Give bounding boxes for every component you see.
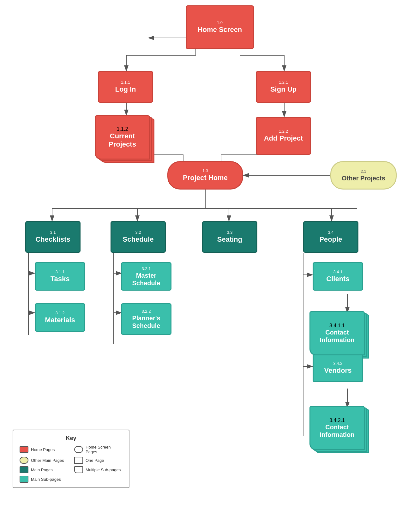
node-contact-info-2-number: 3.4.2.1 [329, 418, 345, 423]
key-label-other-main: Other Main Pages [31, 458, 64, 463]
node-tasks-number: 3.1.1 [56, 269, 65, 274]
node-contact-info-2-wrapper: 3.4.2.1 ContactInformation [309, 406, 369, 455]
key-swatch-teal-light [20, 476, 28, 483]
node-add-project-number: 1.2.2 [279, 129, 288, 134]
key-title: Key [20, 435, 123, 442]
node-clients[interactable]: 3.4.1 Clients [313, 262, 363, 291]
node-sign-up-label: Sign Up [270, 85, 297, 94]
node-current-projects-wrapper: 1.1.2 CurrentProjects [95, 115, 153, 164]
node-tasks-label: Tasks [51, 275, 70, 283]
node-people-number: 3.4 [328, 230, 333, 235]
node-current-projects-label: CurrentProjects [109, 132, 136, 149]
key-item-other-main: Other Main Pages [20, 457, 68, 464]
node-sign-up[interactable]: 1.2.1 Sign Up [256, 71, 311, 103]
key-item-multiple-subpages: Multiple Sub-pages [74, 466, 123, 473]
key-label-one-page: One Page [86, 458, 104, 463]
node-project-home-number: 1.3 [202, 168, 208, 173]
node-home-screen-number: 1.0 [217, 20, 223, 25]
node-contact-info-1-wrapper: 3.4.1.1 ContactInformation [309, 311, 369, 360]
key-label-main-subpages: Main Sub-pages [31, 477, 61, 482]
diagram-container: 1.0 Home Screen 1.1.1 Log In 1.2.1 Sign … [0, 0, 420, 519]
key-swatch-square [74, 457, 83, 464]
node-contact-info-2-label: ContactInformation [320, 423, 355, 438]
node-contact-info-2[interactable]: 3.4.2.1 ContactInformation [309, 406, 365, 450]
node-checklists-label: Checklists [35, 235, 70, 244]
node-master-schedule[interactable]: 3.2.1 MasterSchedule [121, 262, 171, 291]
node-other-projects[interactable]: 2.1 Other Projects [330, 161, 397, 190]
key-swatch-red [20, 446, 28, 453]
key-swatch-oval [74, 446, 83, 453]
node-other-projects-label: Other Projects [342, 174, 385, 182]
node-sign-up-number: 1.2.1 [279, 80, 288, 85]
node-project-home[interactable]: 1.3 Project Home [167, 161, 243, 190]
node-current-projects-number: 1.1.2 [117, 126, 128, 132]
node-clients-label: Clients [326, 275, 349, 283]
node-current-projects[interactable]: 1.1.2 CurrentProjects [95, 115, 150, 160]
node-log-in[interactable]: 1.1.1 Log In [98, 71, 153, 103]
key-item-one-page: One Page [74, 457, 123, 464]
node-add-project-label: Add Project [264, 134, 303, 142]
node-seating[interactable]: 3.3 Seating [202, 221, 257, 253]
node-other-projects-number: 2.1 [361, 169, 366, 174]
node-clients-number: 3.4.1 [333, 269, 343, 274]
key-label-home-screen-pages: Home Screen Pages [86, 445, 123, 454]
key-swatch-teal-dark [20, 466, 28, 473]
node-checklists[interactable]: 3.1 Checklists [25, 221, 81, 253]
node-tasks[interactable]: 3.1.1 Tasks [35, 262, 85, 291]
key-swatch-stacked [74, 466, 83, 473]
node-materials[interactable]: 3.1.2 Materials [35, 303, 85, 332]
node-add-project[interactable]: 1.2.2 Add Project [256, 117, 311, 155]
node-people[interactable]: 3.4 People [303, 221, 358, 253]
node-materials-label: Materials [45, 316, 75, 324]
node-master-schedule-number: 3.2.1 [142, 266, 151, 271]
node-schedule-number: 3.2 [135, 230, 141, 235]
node-vendors[interactable]: 3.4.2 Vendors [313, 354, 363, 382]
node-planners-schedule-number: 3.2.2 [142, 309, 151, 314]
node-contact-info-1-label: ContactInformation [320, 329, 355, 344]
node-seating-number: 3.3 [227, 230, 232, 235]
node-log-in-label: Log In [115, 85, 136, 94]
node-planners-schedule-label: Planner'sSchedule [132, 314, 160, 329]
key-label-home-pages: Home Pages [31, 447, 55, 452]
key-label-main-pages: Main Pages [31, 468, 53, 472]
node-checklists-number: 3.1 [50, 230, 56, 235]
node-log-in-number: 1.1.1 [121, 80, 130, 85]
key-item-home-pages: Home Pages [20, 446, 68, 453]
node-project-home-label: Project Home [183, 174, 228, 182]
key-label-multiple-subpages: Multiple Sub-pages [86, 468, 121, 472]
node-schedule[interactable]: 3.2 Schedule [111, 221, 166, 253]
node-master-schedule-label: MasterSchedule [132, 272, 160, 287]
node-contact-info-1[interactable]: 3.4.1.1 ContactInformation [309, 311, 365, 355]
node-vendors-label: Vendors [324, 366, 352, 375]
key-item-home-screen-pages-oval: Home Screen Pages [74, 445, 123, 454]
node-vendors-number: 3.4.2 [333, 361, 343, 366]
key-box: Key Home Pages Home Screen Pages Other M… [13, 430, 129, 488]
key-item-main-subpages: Main Sub-pages [20, 476, 68, 483]
key-grid: Home Pages Home Screen Pages Other Main … [20, 445, 123, 483]
node-schedule-label: Schedule [123, 235, 154, 244]
key-swatch-yellow [20, 457, 28, 464]
node-planners-schedule[interactable]: 3.2.2 Planner'sSchedule [121, 303, 171, 335]
node-contact-info-1-number: 3.4.1.1 [329, 323, 345, 329]
node-materials-number: 3.1.2 [56, 311, 65, 315]
node-home-screen[interactable]: 1.0 Home Screen [186, 5, 254, 49]
node-people-label: People [319, 235, 342, 244]
node-home-screen-label: Home Screen [198, 26, 242, 34]
node-seating-label: Seating [217, 235, 242, 244]
key-item-main-pages: Main Pages [20, 466, 68, 473]
